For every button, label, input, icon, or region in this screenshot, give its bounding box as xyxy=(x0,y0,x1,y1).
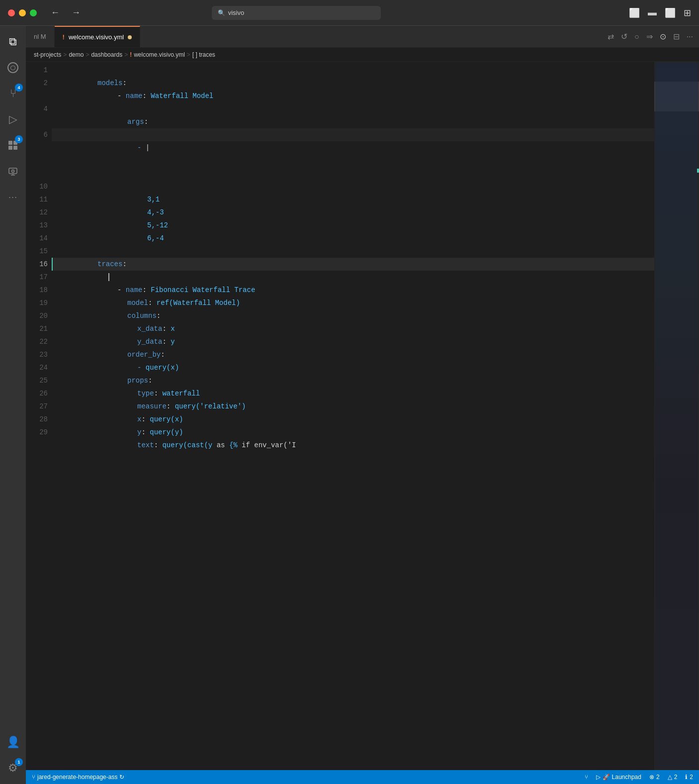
activity-item-run[interactable]: ▷ xyxy=(1,107,25,131)
code-line-gap4 xyxy=(52,154,654,167)
main-layout: ⧉ ○ ⑂ 4 ▷ 3 xyxy=(0,26,699,784)
account-icon: 👤 xyxy=(6,736,20,749)
code-line-10: 3,1 xyxy=(52,180,654,193)
activity-item-remote[interactable] xyxy=(1,159,25,183)
status-right: ⑂ ▷ 🚀 Launchpad ⊗ 2 △ 2 ℹ 2 xyxy=(585,774,693,781)
split-icon[interactable]: ⊟ xyxy=(673,32,680,41)
code-line-15: traces: xyxy=(52,245,654,258)
maximize-button[interactable] xyxy=(30,9,37,16)
branch-icon: ⑂ xyxy=(32,774,35,781)
split-editor-icon[interactable]: ⬜ xyxy=(629,7,640,18)
branch-name: jared-generate-homepage-ass xyxy=(37,774,117,781)
extensions-badge: 3 xyxy=(15,135,23,143)
traffic-lights xyxy=(8,9,37,16)
nav-back-button[interactable]: ← xyxy=(47,5,64,20)
status-branch-item[interactable]: ⑂ jared-generate-homepage-ass ↻ xyxy=(32,774,124,781)
warning-count: 2 xyxy=(674,774,678,781)
code-line-2: - name: Waterfall Model xyxy=(52,77,654,90)
git-compare-icon[interactable]: ⇄ xyxy=(608,32,614,41)
run-icon: ▷ xyxy=(9,113,17,126)
more-actions-icon[interactable]: ··· xyxy=(687,32,693,41)
tab-welcome-visivo[interactable]: ! welcome.visivo.yml xyxy=(55,26,141,47)
search-bar[interactable]: 🔍 visivo xyxy=(212,6,381,20)
titlebar: ← → 🔍 visivo ⬜ ▬ ⬜ ⊞ xyxy=(0,0,699,26)
breadcrumb-demo[interactable]: demo xyxy=(69,51,84,58)
error-count: 2 xyxy=(656,774,660,781)
code-line-17: - name: Fibonacci Waterfall Trace xyxy=(52,271,654,284)
minimap[interactable] xyxy=(654,62,699,770)
activity-item-extensions[interactable]: 3 xyxy=(1,133,25,157)
status-warnings-item[interactable]: △ 2 xyxy=(668,774,678,781)
rocket-icon: 🚀 xyxy=(603,774,610,781)
svg-rect-0 xyxy=(8,141,12,145)
activity-item-account[interactable]: 👤 xyxy=(1,730,25,754)
tab-label: welcome.visivo.yml xyxy=(69,33,124,41)
launchpad-label: Launchpad xyxy=(612,774,641,781)
branch-icon[interactable]: ○ xyxy=(634,32,639,41)
code-line-4: args: xyxy=(52,102,654,115)
timeline-icon[interactable]: ↺ xyxy=(621,32,627,41)
info-count: 2 xyxy=(690,774,693,781)
info-icon: ℹ xyxy=(685,774,688,781)
svg-rect-2 xyxy=(8,146,12,150)
more-icon: ··· xyxy=(8,192,17,202)
svg-point-7 xyxy=(12,170,14,173)
tab-bar: nl M ! welcome.visivo.yml ⇄ ↺ ○ ⇒ ⊙ ⊟ ··… xyxy=(26,26,699,48)
status-run-item[interactable]: ▷ 🚀 Launchpad xyxy=(596,774,641,781)
search-icon: ○ xyxy=(7,62,18,73)
editor-area: nl M ! welcome.visivo.yml ⇄ ↺ ○ ⇒ ⊙ ⊟ ··… xyxy=(26,26,699,784)
forward-icon[interactable]: ⇒ xyxy=(646,32,653,41)
status-merge-item[interactable]: ⑂ xyxy=(585,774,588,781)
tab-actions: ⇄ ↺ ○ ⇒ ⊙ ⊟ ··· xyxy=(602,26,699,47)
breadcrumb-traces[interactable]: [ ] traces xyxy=(192,51,215,58)
error-icon: ⊗ xyxy=(649,774,654,781)
nav-buttons: ← → xyxy=(47,5,85,20)
activity-item-search[interactable]: ○ xyxy=(1,56,25,80)
editor-layout-icon[interactable]: ▬ xyxy=(648,7,657,18)
remote-icon xyxy=(7,166,18,177)
close-button[interactable] xyxy=(8,9,15,16)
activity-item-more[interactable]: ··· xyxy=(1,185,25,209)
breadcrumb-projects[interactable]: st-projects xyxy=(34,51,61,58)
svg-rect-4 xyxy=(9,168,17,174)
status-left: ⑂ jared-generate-homepage-ass ↻ xyxy=(32,774,124,781)
status-info-item[interactable]: ℹ 2 xyxy=(685,774,693,781)
activity-item-source-control[interactable]: ⑂ 4 xyxy=(1,82,25,105)
explorer-icon: ⧉ xyxy=(9,35,17,48)
activity-item-settings[interactable]: ⚙ 1 xyxy=(1,756,25,780)
minimize-button[interactable] xyxy=(19,9,26,16)
code-line-gap5 xyxy=(52,167,654,180)
breadcrumb-exclaim: ! xyxy=(130,51,132,58)
tab-exclaim-icon: ! xyxy=(63,33,65,41)
line-numbers: 1 2 4 6 10 11 12 13 14 15 16 17 18 19 20 xyxy=(26,62,52,770)
code-content[interactable]: models: - name: Waterfall Model args: - … xyxy=(52,62,654,770)
tab-first-label: nl M xyxy=(34,33,46,40)
customize-layout-icon[interactable]: ⊞ xyxy=(684,7,691,18)
split-vertical-icon[interactable]: ⬜ xyxy=(665,7,676,18)
minimap-content xyxy=(654,62,699,770)
sync-icon: ↻ xyxy=(119,774,124,781)
code-line-16 xyxy=(52,258,654,271)
activity-bar: ⧉ ○ ⑂ 4 ▷ 3 xyxy=(0,26,26,784)
titlebar-icons: ⬜ ▬ ⬜ ⊞ xyxy=(629,7,691,18)
code-area[interactable]: 1 2 4 6 10 11 12 13 14 15 16 17 18 19 20 xyxy=(26,62,699,770)
minimap-highlight xyxy=(697,169,699,173)
activity-item-explorer[interactable]: ⧉ xyxy=(1,30,25,54)
source-control-badge: 4 xyxy=(15,84,23,92)
run-debug-icon: ▷ xyxy=(596,774,601,781)
svg-rect-3 xyxy=(13,146,17,150)
activity-bottom: 👤 ⚙ 1 xyxy=(1,730,25,784)
nav-forward-button[interactable]: → xyxy=(68,5,85,20)
status-errors-item[interactable]: ⊗ 2 xyxy=(649,774,660,781)
breadcrumb-dashboards[interactable]: dashboards xyxy=(91,51,122,58)
settings-badge: 1 xyxy=(15,758,23,766)
merge-icon: ⑂ xyxy=(585,774,588,781)
breadcrumb: st-projects > demo > dashboards > ! welc… xyxy=(26,48,699,62)
svg-point-5 xyxy=(12,174,13,175)
breadcrumb-file[interactable]: welcome.visivo.yml xyxy=(134,51,185,58)
tab-modified-dot xyxy=(128,35,132,39)
run-file-icon[interactable]: ⊙ xyxy=(660,32,666,41)
status-bar: ⑂ jared-generate-homepage-ass ↻ ⑂ ▷ 🚀 La… xyxy=(26,770,699,784)
tab-first[interactable]: nl M xyxy=(26,26,55,47)
code-line-1: models: xyxy=(52,64,654,77)
